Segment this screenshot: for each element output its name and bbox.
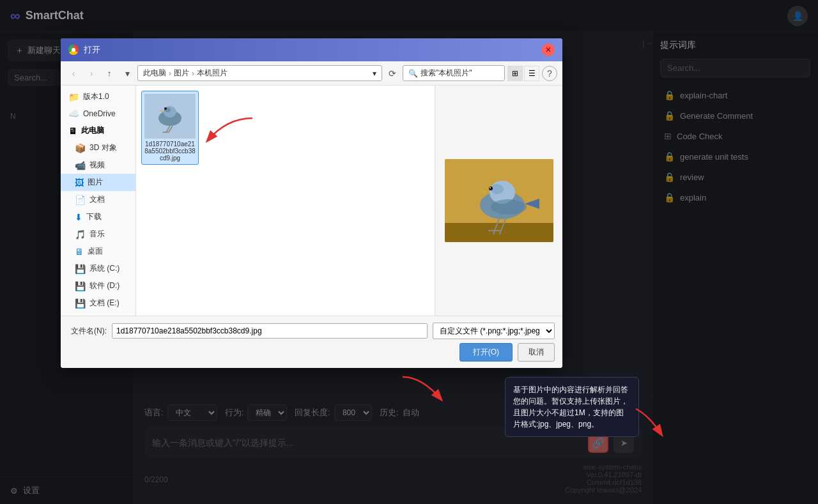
refresh-button[interactable]: ⟳	[385, 66, 400, 81]
breadcrumb-chevron: ▾	[373, 69, 376, 78]
svg-rect-11	[445, 223, 553, 242]
view-toggle: ⊞ ☰	[507, 66, 539, 81]
nav-item-label: 视频	[89, 160, 105, 171]
svg-point-17	[490, 187, 491, 188]
nav-item-desktop[interactable]: 🖥 桌面	[61, 243, 135, 260]
nav-item-label: 音乐	[89, 229, 105, 240]
nav-item-version[interactable]: 📁 版本1.0	[61, 88, 135, 105]
nav-item-onedrive[interactable]: ☁️ OneDrive	[61, 105, 135, 122]
docs-icon: 📄	[75, 195, 86, 205]
nav-item-3d[interactable]: 📦 3D 对象	[61, 139, 135, 157]
up-button[interactable]: ↑	[102, 66, 117, 81]
desktop-icon: 🖥	[75, 247, 84, 257]
nav-item-music[interactable]: 🎵 音乐	[61, 225, 135, 243]
file-item-bird[interactable]: 1d18770710ae218a5502bbf3ccb38cd9.jpg	[141, 91, 199, 165]
footer-buttons: 打开(O) 取消	[68, 343, 555, 362]
file-thumbnail	[144, 94, 196, 139]
nav-item-label: 桌面	[88, 246, 103, 257]
search-icon: 🔍	[408, 69, 418, 78]
video-icon: 📹	[75, 160, 86, 171]
nav-item-label: 此电脑	[81, 125, 104, 136]
nav-item-label: OneDrive	[83, 109, 116, 118]
back-button[interactable]: ‹	[66, 66, 81, 81]
tooltip-box: 基于图片中的内容进行解析并回答您的问题。暂仅支持上传张图片，且图片大小不超过1M…	[505, 377, 639, 437]
svg-point-14	[491, 184, 504, 194]
nav-item-downloads[interactable]: ⬇ 下载	[61, 208, 135, 225]
nav-item-label: 文档 (E:)	[89, 298, 120, 309]
drive-c-icon: 💾	[75, 264, 86, 274]
nav-item-label: 3D 对象	[89, 142, 117, 153]
breadcrumb-part2: 图片	[174, 68, 189, 79]
search-bar[interactable]: 🔍 搜索"本机照片"	[403, 65, 505, 81]
svg-point-5	[164, 107, 167, 110]
images-icon: 🖼	[75, 178, 84, 188]
computer-icon: 🖥	[68, 126, 77, 136]
svg-point-16	[489, 187, 493, 190]
filename-label: 文件名(N):	[68, 326, 107, 337]
grid-view-button[interactable]: ⊞	[507, 66, 523, 81]
dialog-close-button[interactable]: ✕	[542, 43, 555, 56]
dialog-titlebar: 打开 ✕	[61, 38, 562, 61]
tooltip-text: 基于图片中的内容进行解析并回答您的问题。暂仅支持上传张图片，且图片大小不超过1M…	[513, 385, 628, 429]
help-button[interactable]: ?	[542, 66, 557, 81]
dialog-body: 📁 版本1.0 ☁️ OneDrive 🖥 此电脑 📦 3D 对象 📹 视频 🖼	[61, 86, 562, 316]
content-pane: 1d18770710ae218a5502bbf3ccb38cd9.jpg	[136, 86, 435, 316]
breadcrumb-part3: 本机照片	[197, 68, 228, 79]
search-placeholder: 搜索"本机照片"	[421, 68, 472, 79]
downloads-icon: ⬇	[75, 212, 82, 222]
bird-preview-svg	[445, 159, 553, 242]
filename-input[interactable]	[112, 323, 428, 339]
nav-item-label: 版本1.0	[83, 91, 109, 102]
file-name: 1d18770710ae218a5502bbf3ccb38cd9.jpg	[144, 141, 196, 162]
open-button[interactable]: 打开(O)	[459, 343, 513, 362]
bird-thumbnail-svg	[144, 94, 196, 139]
drive-e-icon: 💾	[75, 298, 86, 309]
dialog-footer: 文件名(N): 自定义文件 (*.png;*.jpg;*.jpeg 打开(O) …	[61, 316, 562, 368]
dialog-title-left: 打开	[68, 44, 100, 56]
breadcrumb-part1: 此电脑	[143, 68, 166, 79]
nav-item-computer[interactable]: 🖥 此电脑	[61, 122, 135, 139]
nav-item-d[interactable]: 💾 软件 (D:)	[61, 277, 135, 294]
nav-item-video[interactable]: 📹 视频	[61, 157, 135, 174]
list-view-button[interactable]: ☰	[524, 66, 539, 81]
nav-item-label: 文档	[89, 194, 105, 205]
svg-point-18	[491, 199, 527, 215]
nav-item-label: 图片	[88, 177, 103, 188]
breadcrumb-sep2: ›	[192, 69, 194, 78]
file-grid: 1d18770710ae218a5502bbf3ccb38cd9.jpg	[141, 91, 429, 165]
preview-pane	[435, 86, 562, 316]
nav-pane: 📁 版本1.0 ☁️ OneDrive 🖥 此电脑 📦 3D 对象 📹 视频 🖼	[61, 86, 136, 316]
dialog-title: 打开	[84, 44, 100, 56]
breadcrumb-bar[interactable]: 此电脑 › 图片 › 本机照片 ▾	[137, 65, 382, 81]
nav-item-c[interactable]: 💾 系统 (C:)	[61, 260, 135, 277]
nav-item-label: 软件 (D:)	[89, 280, 120, 291]
nav-item-images[interactable]: 🖼 图片	[61, 174, 135, 191]
cloud-icon: ☁️	[68, 109, 79, 119]
file-open-dialog: 打开 ✕ ‹ › ↑ ▾ 此电脑 › 图片 › 本机照片 ▾ ⟳ 🔍 搜索"本机…	[61, 38, 562, 368]
dialog-toolbar: ‹ › ↑ ▾ 此电脑 › 图片 › 本机照片 ▾ ⟳ 🔍 搜索"本机照片" ⊞…	[61, 61, 562, 86]
nav-item-e[interactable]: 💾 文档 (E:)	[61, 294, 135, 312]
dropdown-button[interactable]: ▾	[120, 66, 135, 81]
filetype-select[interactable]: 自定义文件 (*.png;*.jpg;*.jpeg	[433, 323, 555, 339]
music-icon: 🎵	[75, 229, 86, 240]
folder-icon: 📁	[68, 92, 79, 102]
nav-item-label: 系统 (C:)	[89, 263, 120, 274]
nav-item-label: 下载	[86, 211, 102, 222]
nav-item-docs[interactable]: 📄 文档	[61, 191, 135, 208]
drive-d-icon: 💾	[75, 281, 86, 291]
cancel-button[interactable]: 取消	[518, 343, 555, 362]
forward-button[interactable]: ›	[84, 66, 99, 81]
footer-filename-row: 文件名(N): 自定义文件 (*.png;*.jpg;*.jpeg	[68, 323, 555, 339]
3d-icon: 📦	[75, 143, 86, 153]
chrome-icon	[68, 45, 79, 55]
breadcrumb-sep1: ›	[169, 69, 171, 78]
bird-preview-image	[445, 159, 553, 242]
